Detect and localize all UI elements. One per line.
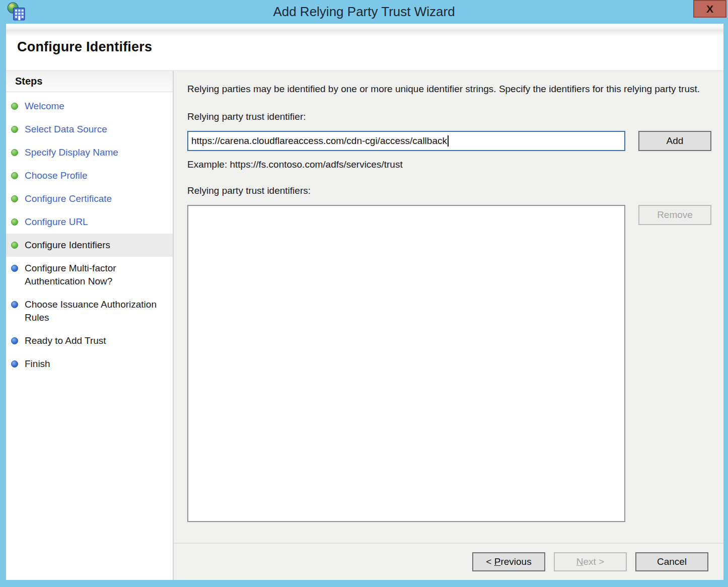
- step-label: Configure Certificate: [25, 192, 112, 205]
- step-status-icon: [11, 337, 18, 344]
- step-label: Choose Issuance Authorization Rules: [25, 298, 171, 324]
- step-status-icon: [11, 360, 18, 368]
- step-label: Choose Profile: [25, 169, 88, 182]
- steps-sidebar: Steps WelcomeSelect Data SourceSpecify D…: [6, 71, 174, 580]
- step-label: Ready to Add Trust: [25, 334, 106, 347]
- step-status-icon: [11, 242, 18, 249]
- title-bar: Add Relying Party Trust Wizard X: [0, 0, 728, 24]
- identifier-field-label: Relying party trust identifier:: [187, 111, 723, 122]
- step-label: Select Data Source: [25, 123, 107, 136]
- step-status-icon: [11, 218, 18, 226]
- page-header: Configure Identifiers: [6, 24, 723, 70]
- window-title: Add Relying Party Trust Wizard: [0, 0, 728, 24]
- configure-identifiers-panel: Relying parties may be identified by one…: [174, 71, 723, 543]
- panel-description: Relying parties may be identified by one…: [187, 82, 714, 96]
- step-label: Welcome: [25, 100, 64, 113]
- text-caret: [448, 135, 449, 146]
- step-label: Configure URL: [25, 215, 88, 229]
- step-label: Specify Display Name: [25, 146, 118, 159]
- remove-button[interactable]: Remove: [638, 205, 711, 225]
- step-status-icon: [11, 195, 18, 202]
- sidebar-step[interactable]: Specify Display Name: [6, 141, 173, 164]
- identifier-input-value: https://carena.cloudflareaccess.com/cdn-…: [191, 135, 447, 146]
- identifiers-list-label: Relying party trust identifiers:: [187, 185, 723, 196]
- sidebar-step[interactable]: Configure Identifiers: [6, 234, 173, 257]
- sidebar-step[interactable]: Choose Profile: [6, 164, 173, 187]
- next-button[interactable]: Next >: [554, 552, 627, 571]
- cancel-button[interactable]: Cancel: [635, 552, 708, 571]
- step-label: Finish: [25, 357, 50, 371]
- sidebar-step: Ready to Add Trust: [6, 329, 173, 352]
- step-status-icon: [11, 126, 18, 133]
- step-status-icon: [11, 172, 18, 179]
- sidebar-step[interactable]: Configure URL: [6, 210, 173, 234]
- step-label: Configure Identifiers: [25, 239, 110, 252]
- close-button[interactable]: X: [693, 0, 726, 18]
- step-label: Configure Multi-factor Authentication No…: [25, 262, 171, 288]
- steps-list: WelcomeSelect Data SourceSpecify Display…: [6, 92, 173, 376]
- wizard-body: Configure Identifiers Steps WelcomeSelec…: [6, 24, 723, 580]
- step-status-icon: [11, 103, 18, 110]
- sidebar-step: Finish: [6, 352, 173, 376]
- wizard-footer: < Previous Next > Cancel: [174, 543, 723, 580]
- sidebar-step: Choose Issuance Authorization Rules: [6, 293, 173, 329]
- sidebar-step[interactable]: Welcome: [6, 95, 173, 118]
- sidebar-step: Configure Multi-factor Authentication No…: [6, 257, 173, 293]
- sidebar-step[interactable]: Select Data Source: [6, 118, 173, 141]
- identifiers-listbox[interactable]: [187, 205, 625, 522]
- page-title: Configure Identifiers: [17, 39, 152, 55]
- identifier-input[interactable]: https://carena.cloudflareaccess.com/cdn-…: [187, 131, 625, 151]
- step-status-icon: [11, 149, 18, 156]
- wizard-window: Add Relying Party Trust Wizard X Configu…: [0, 0, 728, 587]
- main-panel: Relying parties may be identified by one…: [174, 71, 723, 580]
- previous-button[interactable]: < Previous: [472, 552, 545, 571]
- content-area: Steps WelcomeSelect Data SourceSpecify D…: [6, 70, 723, 580]
- step-status-icon: [11, 265, 18, 272]
- identifier-example-text: Example: https://fs.contoso.com/adfs/ser…: [187, 159, 723, 170]
- steps-header: Steps: [6, 71, 173, 92]
- step-status-icon: [11, 301, 18, 308]
- add-button[interactable]: Add: [638, 131, 711, 151]
- sidebar-step[interactable]: Configure Certificate: [6, 187, 173, 210]
